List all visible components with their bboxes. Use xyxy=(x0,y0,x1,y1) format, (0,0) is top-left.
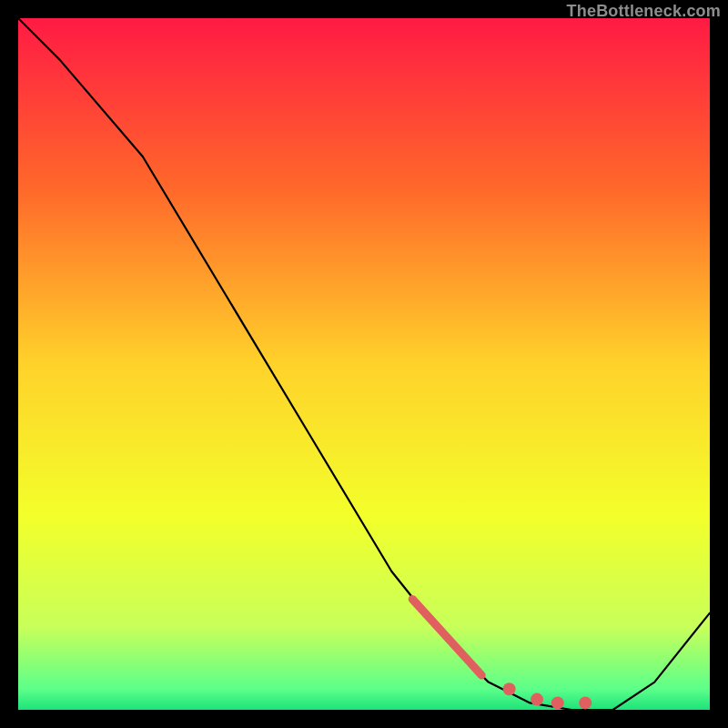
plot-area xyxy=(18,18,710,710)
chart-frame xyxy=(0,0,728,728)
point-highlight-dots-2 xyxy=(551,696,564,709)
point-highlight-dots-3 xyxy=(579,696,592,709)
point-highlight-dots-1 xyxy=(531,693,543,706)
point-highlight-dots-0 xyxy=(503,682,516,695)
heatmap-background xyxy=(18,18,710,710)
plot-svg xyxy=(18,18,710,710)
